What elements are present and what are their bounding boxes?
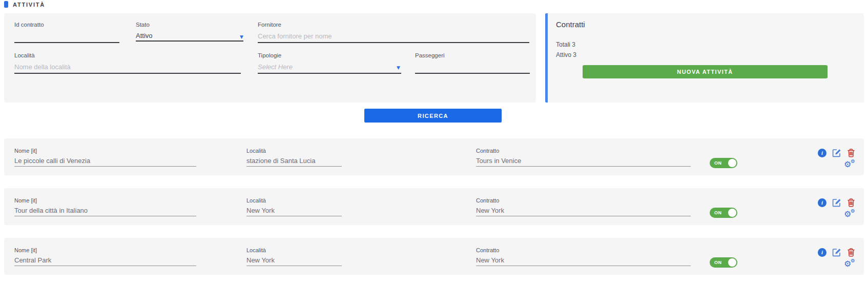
edit-button[interactable]: [832, 148, 841, 157]
toggle-knob: [728, 258, 736, 267]
filter-panel: Id contratto Stato Attivo ▼ Fornitore Lo…: [4, 13, 536, 103]
services-button[interactable]: ⚙ ⚙: [844, 210, 855, 220]
edit-icon: [832, 198, 841, 207]
edit-button[interactable]: [832, 248, 841, 257]
passeggeri-label: Passeggeri: [415, 52, 530, 58]
id-contratto-field: Id contratto: [14, 22, 119, 43]
activity-row: Nome [it] Tour della città in Italiano L…: [4, 188, 864, 225]
localita-field: Località stazione di Santa Lucia: [246, 148, 342, 167]
nome-field: Nome [it] Central Park: [14, 247, 196, 266]
info-icon: i: [818, 248, 826, 257]
contratto-label: Contratto: [476, 247, 691, 253]
nome-label: Nome [it]: [14, 197, 196, 204]
contratti-title: Contratti: [556, 20, 856, 29]
page-header: ATTIVITÀ: [4, 1, 45, 8]
localita-value[interactable]: New York: [246, 256, 342, 266]
edit-icon: [832, 148, 841, 157]
contratti-attivo: Attivo 3: [556, 51, 856, 58]
services-button[interactable]: ⚙ ⚙: [844, 259, 855, 270]
edit-button[interactable]: [832, 198, 841, 207]
localita-field: Località: [14, 52, 241, 74]
nome-value[interactable]: Central Park: [14, 256, 196, 266]
toggle-state-label: ON: [714, 260, 722, 265]
passeggeri-field: Passeggeri: [415, 52, 530, 74]
localita-field: Località New York: [246, 197, 342, 216]
delete-button[interactable]: [847, 248, 855, 257]
contratto-label: Contratto: [476, 148, 691, 154]
activity-row: Nome [it] Le piccole calli di Venezia Lo…: [4, 138, 864, 175]
localita-label: Località: [14, 52, 241, 58]
contratto-label: Contratto: [476, 197, 691, 204]
tipologie-field: Tipologie ▼: [258, 52, 401, 74]
nome-field: Nome [it] Le piccole calli di Venezia: [14, 148, 196, 167]
contratto-value[interactable]: Tours in Venice: [476, 157, 691, 167]
contratto-field: Contratto New York: [476, 197, 691, 216]
fornitore-label: Fornitore: [258, 22, 529, 28]
localita-label: Località: [246, 148, 342, 154]
toggle-knob: [728, 209, 736, 217]
delete-button[interactable]: [847, 198, 855, 207]
gear-icon: ⚙: [851, 258, 855, 263]
activities-page: ATTIVITÀ Id contratto Stato Attivo ▼ For…: [0, 0, 868, 284]
page-title: ATTIVITÀ: [13, 2, 45, 8]
ricerca-button[interactable]: RICERCA: [364, 109, 502, 123]
nome-label: Nome [it]: [14, 148, 196, 154]
nome-value[interactable]: Le piccole calli di Venezia: [14, 157, 196, 167]
delete-button[interactable]: [847, 148, 855, 157]
gear-icon: ⚙: [851, 209, 855, 214]
contratto-field: Contratto New York: [476, 247, 691, 266]
info-icon: i: [818, 198, 826, 207]
services-button[interactable]: ⚙ ⚙: [844, 160, 855, 170]
toggle-knob: [728, 159, 736, 167]
info-button[interactable]: i: [818, 149, 826, 157]
nome-label: Nome [it]: [14, 247, 196, 253]
localita-input[interactable]: [14, 63, 241, 74]
localita-value[interactable]: stazione di Santa Lucia: [246, 157, 342, 167]
fornitore-field: Fornitore: [258, 22, 529, 43]
toggle-state-label: ON: [714, 210, 722, 215]
edit-icon: [832, 248, 841, 257]
tipologie-input[interactable]: [258, 63, 401, 74]
trash-icon: [847, 198, 855, 207]
trash-icon: [847, 148, 855, 157]
contratto-value[interactable]: New York: [476, 256, 691, 266]
chevron-down-icon: ▼: [397, 66, 400, 70]
contratti-totali: Totali 3: [556, 41, 856, 48]
active-toggle[interactable]: ON: [710, 208, 737, 218]
stato-select[interactable]: Attivo ▼: [136, 31, 243, 42]
chevron-down-icon: ▼: [240, 35, 243, 39]
section-marker-icon: [4, 1, 8, 8]
stato-field: Stato Attivo ▼: [136, 22, 243, 42]
nome-field: Nome [it] Tour della città in Italiano: [14, 197, 196, 216]
stato-label: Stato: [136, 22, 243, 28]
info-icon: i: [818, 149, 826, 157]
nuova-attivita-button[interactable]: NUOVA ATTIVITÀ: [583, 65, 828, 78]
localita-field: Località New York: [246, 247, 342, 266]
tipologie-label: Tipologie: [258, 52, 401, 58]
row-actions: i: [818, 198, 855, 207]
id-contratto-input[interactable]: [14, 32, 119, 43]
active-toggle[interactable]: ON: [710, 158, 737, 168]
active-toggle[interactable]: ON: [710, 257, 737, 268]
localita-label: Località: [246, 247, 342, 253]
tipologie-select[interactable]: ▼: [258, 62, 401, 74]
info-button[interactable]: i: [818, 198, 826, 207]
trash-icon: [847, 248, 855, 257]
contratto-value[interactable]: New York: [476, 207, 691, 216]
stato-selected-value: Attivo: [136, 32, 153, 39]
row-actions: i: [818, 248, 855, 257]
toggle-state-label: ON: [714, 160, 722, 166]
nome-value[interactable]: Tour della città in Italiano: [14, 207, 196, 216]
fornitore-input[interactable]: [258, 32, 529, 43]
activity-row: Nome [it] Central Park Località New York…: [4, 238, 864, 275]
row-actions: i: [818, 148, 855, 157]
info-button[interactable]: i: [818, 248, 826, 257]
passeggeri-input[interactable]: [415, 63, 530, 74]
gear-icon: ⚙: [851, 159, 855, 164]
contratti-panel: Contratti Totali 3 Attivo 3 NUOVA ATTIVI…: [545, 13, 864, 103]
id-contratto-label: Id contratto: [14, 22, 119, 28]
localita-label: Località: [246, 197, 342, 204]
localita-value[interactable]: New York: [246, 207, 342, 216]
contratto-field: Contratto Tours in Venice: [476, 148, 691, 167]
